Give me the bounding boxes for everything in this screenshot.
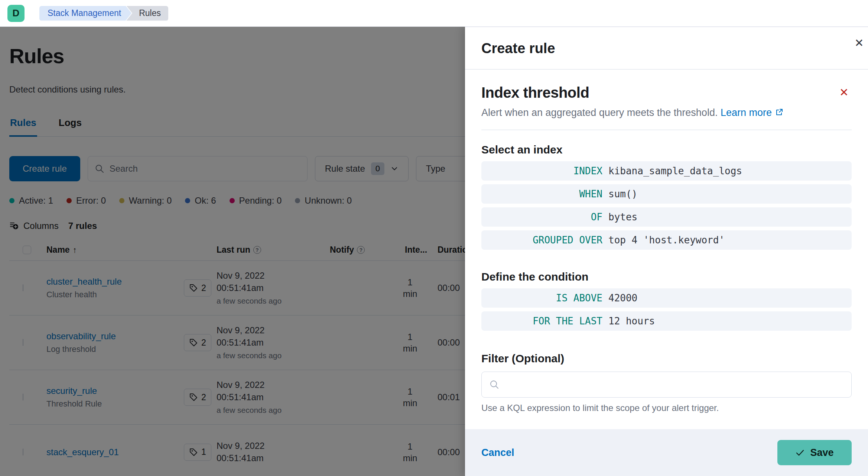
header-last-run[interactable]: Last run ? bbox=[217, 245, 330, 255]
define-condition-heading: Define the condition bbox=[481, 271, 852, 283]
breadcrumb: Stack Management Rules bbox=[39, 6, 168, 21]
remove-rule-type-icon[interactable]: ✕ bbox=[836, 84, 852, 100]
last-run-date: Nov 9, 2022 bbox=[217, 271, 330, 281]
external-link-icon bbox=[775, 108, 784, 117]
tab-rules[interactable]: Rules bbox=[9, 117, 37, 137]
kql-help-text: Use a KQL expression to limit the scope … bbox=[481, 403, 852, 413]
rule-name-link[interactable]: security_rule bbox=[46, 386, 184, 396]
last-run-relative: a few seconds ago bbox=[217, 406, 330, 415]
notify-help-icon[interactable]: ? bbox=[357, 246, 365, 254]
search-icon bbox=[95, 164, 104, 174]
status-warning[interactable]: Warning: 0 bbox=[119, 195, 172, 206]
index-expression[interactable]: INDEX kibana_sample_data_logs bbox=[481, 161, 852, 181]
last-run-time: 00:51:41am bbox=[217, 392, 330, 402]
learn-more-link[interactable]: Learn more bbox=[721, 107, 784, 118]
rule-name-link[interactable]: stack_esquery_01 bbox=[46, 447, 184, 457]
row-checkbox[interactable] bbox=[23, 284, 23, 291]
header-interval[interactable]: Inte... bbox=[397, 245, 435, 255]
rule-type-description: Alert when an aggregated query meets the… bbox=[481, 107, 852, 119]
columns-icon bbox=[9, 221, 19, 231]
header-notify[interactable]: Notify ? bbox=[330, 245, 397, 255]
type-filter-label: Type bbox=[426, 163, 445, 174]
last-run-help-icon[interactable]: ? bbox=[253, 246, 261, 254]
active-dot bbox=[9, 198, 14, 203]
interval-value: 1 min bbox=[397, 276, 417, 299]
kibana-app: D Stack Management Rules Rules Detect co… bbox=[0, 0, 868, 476]
sort-ascending-icon: ↑ bbox=[73, 245, 77, 255]
rule-type-title: Index threshold bbox=[481, 84, 589, 101]
select-index-heading: Select an index bbox=[481, 143, 852, 156]
flyout-body: Index threshold ✕ Alert when an aggregat… bbox=[465, 84, 868, 413]
status-error[interactable]: Error: 0 bbox=[66, 195, 106, 206]
kql-filter-input[interactable] bbox=[505, 379, 844, 390]
row-checkbox[interactable] bbox=[23, 339, 23, 346]
flyout-close-icon[interactable]: ✕ bbox=[851, 35, 867, 51]
ok-dot bbox=[185, 198, 190, 203]
interval-value: 1 min bbox=[397, 331, 417, 354]
status-ok[interactable]: Ok: 6 bbox=[185, 195, 216, 206]
check-icon bbox=[795, 448, 805, 457]
interval-value: 1 min bbox=[397, 386, 417, 409]
rule-name-link[interactable]: observability_rule bbox=[46, 331, 184, 341]
select-all-checkbox[interactable] bbox=[23, 246, 31, 254]
when-expression[interactable]: WHEN sum() bbox=[481, 184, 852, 204]
avatar[interactable]: D bbox=[7, 5, 25, 22]
error-dot bbox=[66, 198, 72, 203]
interval-value: 1 min bbox=[397, 441, 417, 464]
columns-button[interactable]: Columns bbox=[9, 221, 59, 231]
search-icon bbox=[489, 379, 500, 390]
kql-filter-box[interactable] bbox=[481, 372, 852, 398]
cancel-button[interactable]: Cancel bbox=[481, 447, 514, 459]
unknown-dot bbox=[295, 198, 300, 203]
last-run-relative: a few seconds ago bbox=[217, 351, 330, 360]
last-run-date: Nov 9, 2022 bbox=[217, 380, 330, 390]
rule-type-label: Cluster health bbox=[46, 290, 184, 299]
top-header: D Stack Management Rules bbox=[0, 0, 868, 27]
divider bbox=[481, 130, 852, 130]
create-rule-button[interactable]: Create rule bbox=[9, 156, 80, 181]
row-checkbox[interactable] bbox=[23, 394, 23, 401]
last-run-date: Nov 9, 2022 bbox=[217, 441, 330, 451]
breadcrumb-stack-management[interactable]: Stack Management bbox=[39, 6, 131, 21]
flyout-footer: Cancel Save bbox=[465, 429, 868, 476]
time-window-expression[interactable]: FOR THE LAST 12 hours bbox=[481, 311, 852, 331]
rule-state-count-badge: 0 bbox=[371, 162, 384, 175]
pending-dot bbox=[230, 198, 235, 203]
tab-logs[interactable]: Logs bbox=[58, 117, 82, 136]
threshold-expression[interactable]: IS ABOVE 42000 bbox=[481, 288, 852, 308]
grouped-over-expression[interactable]: GROUPED OVER top 4 'host.keyword' bbox=[481, 230, 852, 250]
status-pending[interactable]: Pending: 0 bbox=[230, 195, 282, 206]
last-run-time: 00:51:41am bbox=[217, 453, 330, 463]
last-run-relative: a few seconds ago bbox=[217, 297, 330, 305]
last-run-date: Nov 9, 2022 bbox=[217, 325, 330, 336]
row-checkbox[interactable] bbox=[23, 449, 23, 456]
save-button[interactable]: Save bbox=[777, 440, 852, 465]
rule-name-link[interactable]: cluster_health_rule bbox=[46, 276, 184, 287]
rule-type-label: Threshold Rule bbox=[46, 399, 184, 409]
last-run-time: 00:51:41am bbox=[217, 283, 330, 293]
chevron-down-icon bbox=[390, 165, 399, 173]
warning-dot bbox=[119, 198, 124, 203]
create-rule-flyout: ✕ Create rule Index threshold ✕ Alert wh… bbox=[465, 27, 868, 476]
flyout-header: Create rule bbox=[465, 27, 868, 69]
flyout-title: Create rule bbox=[481, 41, 852, 56]
search-input[interactable] bbox=[110, 163, 300, 174]
last-run-time: 00:51:41am bbox=[217, 337, 330, 348]
status-active[interactable]: Active: 1 bbox=[9, 195, 53, 206]
tags-badge[interactable]: 2 bbox=[184, 334, 211, 351]
filter-heading: Filter (Optional) bbox=[481, 352, 852, 365]
breadcrumb-rules: Rules bbox=[126, 6, 168, 21]
rule-state-label: Rule state bbox=[325, 163, 365, 174]
rules-search-box[interactable] bbox=[88, 156, 308, 181]
rule-state-filter[interactable]: Rule state 0 bbox=[315, 156, 409, 181]
tags-badge[interactable]: 2 bbox=[184, 389, 211, 406]
of-expression[interactable]: OF bytes bbox=[481, 207, 852, 227]
rules-count: 7 rules bbox=[68, 221, 97, 231]
tags-badge[interactable]: 1 bbox=[184, 444, 211, 461]
tags-badge[interactable]: 2 bbox=[184, 279, 211, 297]
rule-type-label: Log threshold bbox=[46, 344, 184, 354]
header-name[interactable]: Name ↑ bbox=[46, 245, 184, 255]
status-unknown[interactable]: Unknown: 0 bbox=[295, 195, 352, 206]
